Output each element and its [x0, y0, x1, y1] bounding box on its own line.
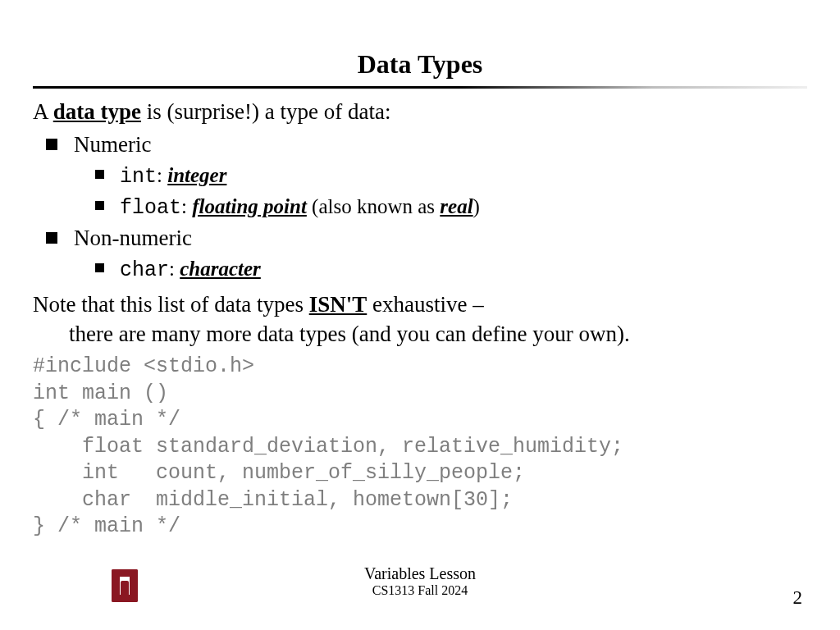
float-def: floating point — [192, 195, 307, 217]
float-aka-pre: (also known as — [307, 195, 440, 217]
title-rule — [33, 86, 807, 89]
intro-term: data type — [53, 99, 141, 124]
note-emph: ISN'T — [309, 292, 368, 317]
footer-course: CS1313 Fall 2024 — [0, 583, 840, 598]
bullet-list: Numeric int: integer float: floating poi… — [33, 130, 807, 284]
nonnumeric-item: Non-numeric — [33, 223, 807, 253]
note-l1-post: exhaustive – — [367, 292, 483, 317]
char-item: char: character — [33, 255, 807, 285]
float-keyword: float — [120, 196, 181, 220]
int-item: int: integer — [33, 162, 807, 191]
float-item: float: floating point (also known as rea… — [33, 193, 807, 222]
note-l1-pre: Note that this list of data types — [33, 292, 309, 317]
float-aka-post: ) — [473, 195, 480, 217]
footer-lesson: Variables Lesson — [0, 564, 840, 583]
note-line2: there are many more data types (and you … — [33, 319, 807, 349]
char-keyword: char — [120, 258, 169, 282]
int-colon: : — [157, 164, 167, 186]
slide-title: Data Types — [33, 49, 807, 80]
nonnumeric-label: Non-numeric — [74, 226, 192, 250]
float-colon: : — [181, 195, 192, 217]
int-keyword: int — [120, 165, 157, 189]
note-line1: Note that this list of data types ISN'T … — [33, 290, 807, 319]
intro-line: A data type is (surprise!) a type of dat… — [33, 97, 807, 126]
code-block: #include <stdio.h> int main () { /* main… — [33, 354, 807, 541]
numeric-item: Numeric — [33, 130, 807, 159]
float-aka: real — [440, 195, 472, 217]
char-colon: : — [169, 258, 180, 280]
char-def: character — [180, 258, 261, 280]
page-number: 2 — [793, 587, 803, 609]
numeric-label: Numeric — [74, 132, 151, 157]
intro-post: is (surprise!) a type of data: — [141, 99, 390, 124]
slide-footer: Variables Lesson CS1313 Fall 2024 2 — [0, 564, 840, 610]
intro-pre: A — [33, 99, 53, 124]
int-def: integer — [167, 164, 226, 186]
